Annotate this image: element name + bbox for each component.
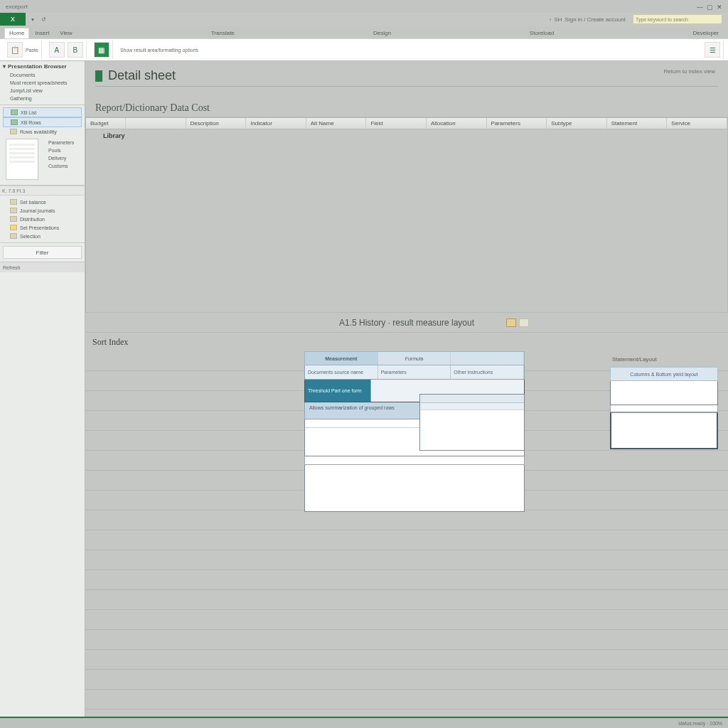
search-input[interactable]: Type keyword to search <box>633 14 722 24</box>
side-mini-toolbar: K. 7.8 Ft.3 <box>0 186 85 196</box>
column-header[interactable]: Field <box>366 118 427 129</box>
bold-icon[interactable]: B <box>68 42 83 58</box>
column-header[interactable]: Parameters <box>487 118 547 129</box>
tab-home[interactable]: Home <box>4 28 29 38</box>
sheet-icon[interactable]: ▦ <box>94 42 109 58</box>
tab-insert[interactable]: Insert <box>30 28 54 38</box>
side-section-sets: Set balance Journal journals Distributio… <box>0 196 85 243</box>
nav-back-icon[interactable]: ‹ <box>550 16 552 23</box>
tab-storeload[interactable]: Storeload <box>525 28 559 38</box>
minimize-button[interactable]: — <box>697 4 702 9</box>
quick-access-item[interactable]: ↺ <box>41 16 46 23</box>
folder-icon[interactable] <box>506 318 516 327</box>
app-bar: X ▾ ↺ ‹ SH Sign in / Create account Type… <box>0 13 728 26</box>
sidebar-item[interactable]: Set balance <box>3 198 82 206</box>
sidebar-item[interactable]: Distribution <box>3 215 82 223</box>
sidebar-item[interactable]: Jump/List view <box>3 87 82 95</box>
center-side-panel[interactable] <box>419 394 525 451</box>
toolbar-text: K. 7.8 Ft.3 <box>2 188 25 193</box>
tab-design[interactable]: Design <box>368 28 396 38</box>
caption-row: A1.5 History · result measure layout <box>85 313 728 333</box>
chevron-down-icon[interactable]: ▾ <box>3 63 6 70</box>
sidebar-item[interactable]: Gathering <box>3 95 82 102</box>
lower-grid[interactable]: Measurement Formula Documents source nam… <box>85 351 728 717</box>
column-header[interactable]: Service <box>667 118 727 129</box>
center-tab[interactable]: Measurement <box>305 352 378 365</box>
report-row-label: Library <box>103 132 125 139</box>
center-subheader: Documents source name Parameters Other i… <box>304 365 525 380</box>
maximize-button[interactable]: ▢ <box>707 4 712 9</box>
column-header[interactable]: Statement <box>607 118 668 129</box>
right-panel-area[interactable] <box>610 412 718 449</box>
sidebar-item-selected[interactable]: XB List <box>3 107 82 117</box>
tab-developer[interactable]: Developer <box>688 28 724 38</box>
sidebar-item[interactable]: Documents <box>3 71 82 79</box>
side-section-lists: XB List XB Rows Rows availability Parame… <box>0 105 85 186</box>
column-header[interactable]: Indicator <box>246 118 306 129</box>
list-icon[interactable]: ☰ <box>705 42 720 58</box>
ribbon-tabs: Home Insert View Translate Design Storel… <box>0 26 728 38</box>
column-header[interactable]: Description <box>186 118 247 129</box>
return-link[interactable]: Return to index view <box>664 68 715 75</box>
center-tab[interactable] <box>451 352 524 365</box>
ribbon-group-clipboard: 📋 Paste <box>4 41 42 59</box>
thumbnail-preview[interactable] <box>6 139 38 180</box>
font-icon[interactable]: A <box>49 42 65 58</box>
column-header[interactable]: Budget <box>86 118 126 129</box>
side-panel-header <box>420 395 524 403</box>
page-subtitle: Report/Dictionary Data Cost <box>95 102 718 114</box>
ribbon-caption: Show result area/formatting options <box>120 48 198 53</box>
center-input-block[interactable] <box>304 465 525 512</box>
center-sub-cell[interactable]: Other instructions <box>451 365 524 379</box>
sidebar-item[interactable]: Pools <box>41 146 82 154</box>
tab-view[interactable]: View <box>55 28 77 38</box>
right-panel-row[interactable] <box>610 405 718 412</box>
filter-button[interactable]: Filter <box>3 246 82 259</box>
side-panel-subheader <box>420 403 524 410</box>
list-icon <box>10 129 17 134</box>
center-sub-cell[interactable]: Documents source name <box>305 365 378 379</box>
center-tab[interactable]: Formula <box>378 352 451 365</box>
column-header[interactable]: Alt Name <box>306 118 367 129</box>
sidebar-item[interactable]: Customs <box>41 162 82 170</box>
center-tabs: Measurement Formula <box>304 351 525 365</box>
side-footer: Refresh <box>0 262 85 272</box>
right-panel-sub[interactable]: Columns & Bottom yield layout <box>610 367 718 381</box>
sidebar-item[interactable]: Delivery <box>41 154 82 162</box>
app-title: exceport <box>6 4 28 10</box>
sidebar-item[interactable]: Selection <box>3 232 82 240</box>
sidebar-item[interactable]: Most recent spreadsheets <box>3 79 82 87</box>
folder-icon <box>10 225 17 230</box>
center-sub-cell[interactable]: Parameters <box>378 365 451 379</box>
close-button[interactable]: ✕ <box>717 4 722 9</box>
app-badge[interactable]: X <box>0 13 26 26</box>
caption-text: A1.5 History · result measure layout <box>339 318 474 328</box>
doc-icon <box>10 199 17 205</box>
right-panel-field[interactable] <box>610 381 718 405</box>
column-header[interactable]: Subtype <box>547 118 607 129</box>
title-mark-icon <box>95 70 102 82</box>
signin-link[interactable]: Sign in / Create account <box>565 16 626 23</box>
sidebar-item[interactable]: Parameters <box>41 139 82 146</box>
column-header[interactable]: Allocation <box>427 118 487 129</box>
sidebar-item[interactable]: XB Rows <box>3 117 82 127</box>
center-row[interactable] <box>304 456 525 465</box>
tab-translate[interactable]: Translate <box>206 28 240 38</box>
right-panel: Statement/Layout Columns & Bottom yield … <box>610 351 718 449</box>
column-header[interactable] <box>126 118 186 129</box>
status-bar: status:ready · 100% <box>0 717 728 728</box>
document-header: Detail sheet Return to index view Report… <box>85 61 728 117</box>
quick-access-item[interactable]: ▾ <box>31 16 34 23</box>
sidebar-item[interactable]: Set Presentations <box>3 223 82 232</box>
doc-icon <box>10 216 17 222</box>
sidebar-item[interactable]: Journal journals <box>3 206 82 215</box>
doc-icon <box>10 208 17 213</box>
paste-icon[interactable]: 📋 <box>7 42 23 58</box>
title-bar: exceport — ▢ ✕ <box>0 0 728 13</box>
sheet-icon[interactable] <box>519 318 529 327</box>
sidebar-item[interactable]: Rows availability <box>3 127 82 136</box>
paste-label: Paste <box>26 48 38 53</box>
report-body[interactable]: Library <box>85 129 728 313</box>
report-header: Budget Description Indicator Alt Name Fi… <box>85 117 728 129</box>
ribbon: 📋 Paste A B ▦ Show result area/formattin… <box>0 38 728 61</box>
